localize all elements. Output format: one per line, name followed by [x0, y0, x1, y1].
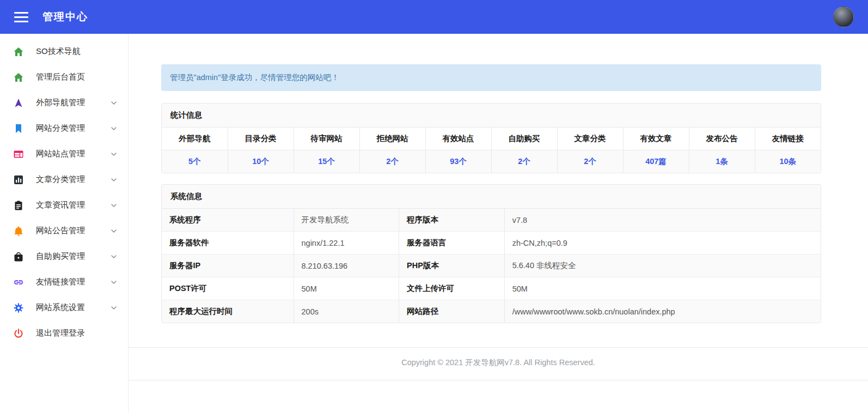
sidebar-item-logout[interactable]: 退出管理登录 [0, 320, 128, 346]
sidebar-item-label: 管理后台首页 [36, 72, 85, 82]
login-success-alert: 管理员"admin"登录成功，尽情管理您的网站吧！ [161, 64, 821, 91]
sidebar-item-label: 退出管理登录 [36, 328, 85, 338]
chevron-down-icon [109, 99, 118, 107]
content-wrapper: 管理员"admin"登录成功，尽情管理您的网站吧！ 统计信息 外部导航 目录分类… [129, 34, 868, 323]
chevron-down-icon [109, 304, 118, 312]
system-info-table: 系统程序 开发导航系统 程序版本 v7.8 服务器软件 nginx/1.22.1… [162, 209, 821, 323]
system-value: /www/wwwroot/www.sokb.cn/nuolan/index.ph… [504, 300, 821, 323]
sidebar-item-external-nav[interactable]: 外部导航管理 [0, 90, 128, 116]
system-value: 5.6.40 非线程安全 [504, 255, 821, 277]
system-label: 服务器软件 [162, 232, 294, 255]
stats-header: 待审网站 [294, 128, 359, 150]
stats-header: 目录分类 [228, 128, 294, 150]
stats-header: 友情链接 [755, 128, 821, 150]
stats-header: 有效文章 [623, 128, 689, 150]
chevron-down-icon [109, 124, 118, 133]
clipboard-icon [13, 200, 24, 211]
sidebar-item-admin-home[interactable]: 管理后台首页 [0, 64, 128, 90]
sidebar-item-label: SO技术导航 [36, 46, 81, 57]
stats-header: 有效站点 [425, 128, 491, 150]
sidebar-item-label: 文章分类管理 [36, 174, 85, 185]
shopping-bag-icon [13, 251, 24, 262]
system-info-row: 系统程序 开发导航系统 程序版本 v7.8 [162, 209, 821, 232]
chevron-down-icon [109, 252, 118, 261]
chevron-down-icon [109, 150, 118, 159]
sidebar-item-label: 网站公告管理 [36, 226, 85, 236]
stats-value-link[interactable]: 2个 [557, 150, 623, 173]
sidebar-item-so-tech-nav[interactable]: SO技术导航 [0, 39, 128, 64]
sidebar-item-article-info[interactable]: 文章资讯管理 [0, 192, 128, 218]
stats-header: 发布公告 [689, 128, 755, 150]
sidebar-item-site-category[interactable]: 网站分类管理 [0, 116, 128, 141]
main-content: 管理员"admin"登录成功，尽情管理您的网站吧！ 统计信息 外部导航 目录分类… [129, 34, 868, 412]
system-info-row: 服务器软件 nginx/1.22.1 服务器语言 zh-CN,zh;q=0.9 [162, 232, 821, 255]
sidebar-item-self-purchase[interactable]: 自助购买管理 [0, 244, 128, 269]
stats-header: 拒绝网站 [359, 128, 425, 150]
stats-card: 统计信息 外部导航 目录分类 待审网站 拒绝网站 有效站点 自助购买 文章分类 … [161, 103, 821, 173]
chevron-down-icon [109, 201, 118, 210]
display-icon [13, 149, 24, 160]
system-value: 200s [294, 300, 399, 323]
topbar: 管理中心 [0, 0, 868, 34]
system-info-card: 系统信息 系统程序 开发导航系统 程序版本 v7.8 服务器软件 nginx/1… [161, 184, 821, 323]
user-avatar[interactable] [833, 7, 854, 27]
sidebar-item-label: 自助购买管理 [36, 251, 85, 262]
sidebar-item-label: 网站站点管理 [36, 149, 85, 159]
gear-icon [13, 302, 24, 313]
system-label: POST许可 [162, 277, 294, 300]
system-card-title: 系统信息 [162, 185, 821, 209]
chevron-down-icon [109, 175, 118, 184]
system-info-row: POST许可 50M 文件上传许可 50M [162, 277, 821, 300]
sidebar: SO技术导航 管理后台首页 外部导航管理 网站分类管理 网站站点管理 文章分类 [0, 34, 129, 412]
sidebar-item-friend-links[interactable]: 友情链接管理 [0, 269, 128, 295]
sidebar-item-article-category[interactable]: 文章分类管理 [0, 167, 128, 192]
stats-value-link[interactable]: 1条 [689, 150, 755, 173]
stats-value-link[interactable]: 10个 [228, 150, 294, 173]
sidebar-item-system-settings[interactable]: 网站系统设置 [0, 295, 128, 320]
home-icon [13, 46, 24, 57]
sidebar-item-label: 网站系统设置 [36, 302, 85, 313]
system-label: 系统程序 [162, 209, 294, 232]
navigation-icon [13, 98, 24, 108]
stats-value-link[interactable]: 5个 [162, 150, 228, 173]
stats-value-row: 5个 10个 15个 2个 93个 2个 2个 407篇 1条 10条 [162, 150, 821, 173]
hamburger-menu-icon[interactable] [14, 12, 28, 22]
stats-value-link[interactable]: 2个 [491, 150, 557, 173]
stats-value-link[interactable]: 407篇 [623, 150, 689, 173]
stats-value-link[interactable]: 15个 [294, 150, 359, 173]
system-info-row: 服务器IP 8.210.63.196 PHP版本 5.6.40 非线程安全 [162, 255, 821, 277]
stats-value-link[interactable]: 10条 [755, 150, 821, 173]
bookmark-icon [13, 123, 24, 134]
home-icon [13, 72, 24, 83]
stats-value-link[interactable]: 2个 [359, 150, 425, 173]
system-value: nginx/1.22.1 [294, 232, 399, 255]
link-icon [13, 277, 24, 288]
power-icon [13, 328, 24, 339]
system-value: 开发导航系统 [294, 209, 399, 232]
sidebar-item-announcement[interactable]: 网站公告管理 [0, 218, 128, 244]
stats-header: 外部导航 [162, 128, 228, 150]
chevron-down-icon [109, 278, 118, 287]
stats-table: 外部导航 目录分类 待审网站 拒绝网站 有效站点 自助购买 文章分类 有效文章 … [162, 128, 821, 173]
system-info-row: 程序最大运行时间 200s 网站路径 /www/wwwroot/www.sokb… [162, 300, 821, 323]
stats-header: 自助购买 [491, 128, 557, 150]
sidebar-item-label: 文章资讯管理 [36, 200, 85, 210]
sidebar-item-label: 友情链接管理 [36, 277, 85, 287]
system-value: 8.210.63.196 [294, 255, 399, 277]
system-value: v7.8 [504, 209, 821, 232]
page-title: 管理中心 [42, 10, 88, 24]
system-value: zh-CN,zh;q=0.9 [504, 232, 821, 255]
sidebar-item-label: 外部导航管理 [36, 98, 85, 108]
system-label: 程序版本 [399, 209, 505, 232]
stats-value-link[interactable]: 93个 [425, 150, 491, 173]
chevron-down-icon [109, 227, 118, 235]
system-label: 文件上传许可 [399, 277, 505, 300]
sidebar-item-site-manage[interactable]: 网站站点管理 [0, 141, 128, 167]
copyright-footer: Copyright © 2021 开发导航网v7.8. All Rights R… [129, 347, 868, 380]
bar-chart-icon [13, 174, 24, 185]
system-label: 网站路径 [399, 300, 505, 323]
system-label: 服务器IP [162, 255, 294, 277]
system-label: PHP版本 [399, 255, 505, 277]
sidebar-item-label: 网站分类管理 [36, 123, 85, 134]
system-label: 服务器语言 [399, 232, 505, 255]
